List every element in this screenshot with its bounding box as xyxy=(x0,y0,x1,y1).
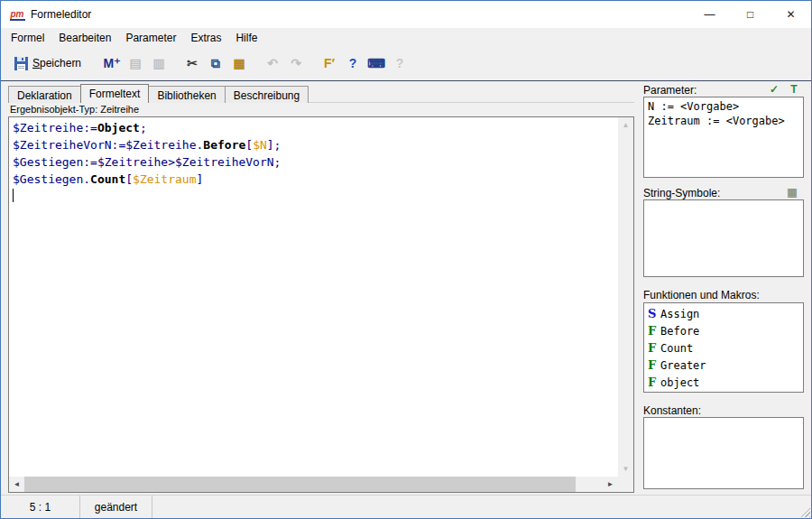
insert-text-parameter-icon[interactable]: T xyxy=(786,82,802,96)
check-formula-icon[interactable]: M⁺ xyxy=(101,53,123,73)
formula-test-icon[interactable]: F′ xyxy=(318,53,340,73)
formula-editor: $Zeitreihe:=Object;$ZeitreiheVorN:=$Zeit… xyxy=(8,116,634,493)
window-controls: — □ ✕ xyxy=(689,1,811,28)
code-segment: $Zeitraum xyxy=(133,172,196,186)
toolbar-icons: M⁺▤▥✂⧉▦↶↷F′?⌨? xyxy=(100,53,411,73)
function-name: Greater xyxy=(660,359,706,372)
function-item[interactable]: FBefore xyxy=(644,322,803,339)
function-item[interactable]: Fobject xyxy=(644,374,803,391)
tab-formeltext[interactable]: Formeltext xyxy=(80,84,150,103)
code-segment: $N xyxy=(253,138,267,152)
code-segment: ] xyxy=(197,172,204,186)
save-button[interactable]: Speichern xyxy=(8,54,88,73)
parameter-item[interactable]: Zeitraum := <Vorgabe> xyxy=(644,114,803,128)
functions-label: Funktionen und Makros: xyxy=(643,289,760,301)
close-button[interactable]: ✕ xyxy=(770,1,811,28)
parameter-list[interactable]: N := <Vorgabe>Zeitraum := <Vorgabe> xyxy=(643,97,804,178)
help-topics-icon[interactable]: ? xyxy=(342,53,364,73)
maximize-button[interactable]: □ xyxy=(730,1,770,28)
insert-string-symbol-icon[interactable]: ▦ xyxy=(784,185,800,199)
parameter-header-icons: ✓T xyxy=(766,82,802,96)
title-bar: pm Formeleditor — □ ✕ xyxy=(1,1,811,28)
status-bar: 5 : 1 geändert xyxy=(1,495,811,518)
editor-hscrollbar[interactable]: ◄ ► xyxy=(9,477,618,492)
constants-label: Konstanten: xyxy=(643,404,701,417)
paste-icon[interactable]: ▦ xyxy=(228,53,250,73)
cut-icon[interactable]: ✂ xyxy=(181,53,203,73)
code-segment: Before xyxy=(203,138,245,152)
code-segment: $Zeitreihe:= xyxy=(13,121,97,134)
code-line: $Zeitreihe:=Object; xyxy=(13,119,614,136)
toolbar: Speichern M⁺▤▥✂⧉▦↶↷F′?⌨? xyxy=(1,47,811,79)
code-segment: ]; xyxy=(267,138,281,152)
code-segment: $ZeitreiheVorN:=$Zeitreihe. xyxy=(13,138,203,152)
code-line: $Gestiegen:=$Zeitreihe>$ZeitreiheVorN; xyxy=(13,153,614,171)
tab-beschreibung[interactable]: Beschreibung xyxy=(225,86,309,103)
window-title: Formeleditor xyxy=(31,8,91,21)
constants-list[interactable] xyxy=(643,417,804,489)
redo-icon: ↷ xyxy=(285,53,307,73)
function-item[interactable]: SAssign xyxy=(644,305,803,322)
parameter-item[interactable]: N := <Vorgabe> xyxy=(644,99,803,114)
copy-icon[interactable]: ⧉ xyxy=(205,53,226,73)
hscroll-thumb[interactable] xyxy=(24,477,576,492)
parameter-label: Parameter: xyxy=(643,84,697,97)
symbol-keyboard-icon[interactable]: ⌨ xyxy=(365,53,387,73)
toolbar-separator xyxy=(1,80,811,81)
scroll-right-button[interactable]: ► xyxy=(603,477,618,492)
function-kind-letter: F xyxy=(648,324,660,338)
menu-item-parameter[interactable]: Parameter xyxy=(118,29,183,47)
code-segment: $Gestiegen:=$Zeitreihe>$ZeitreiheVorN; xyxy=(13,155,281,169)
code-segment: [ xyxy=(245,138,253,152)
function-name: Count xyxy=(660,342,693,355)
code-segment: $Gestiegen. xyxy=(13,172,90,186)
menu-item-formel[interactable]: Formel xyxy=(4,29,51,47)
text-caret xyxy=(13,189,14,202)
load-formula-icon: ▤ xyxy=(125,53,146,73)
function-kind-letter: F xyxy=(648,375,660,389)
tab-strip: DeklarationFormeltextBibliothekenBeschre… xyxy=(8,84,308,103)
cursor-position: 5 : 1 xyxy=(1,496,80,518)
save-icon xyxy=(14,57,28,70)
status-fill xyxy=(152,496,811,518)
result-type-label: Ergebnisobjekt-Typ: Zeitreihe xyxy=(10,104,139,115)
tab-bibliotheken[interactable]: Bibliotheken xyxy=(148,86,225,103)
function-kind-letter: F xyxy=(648,341,660,355)
app-icon: pm xyxy=(8,7,26,22)
tab-deklaration[interactable]: Deklaration xyxy=(8,86,81,103)
function-item[interactable]: FGreater xyxy=(644,357,803,374)
undo-icon: ↶ xyxy=(262,53,283,73)
minimize-button[interactable]: — xyxy=(689,1,730,28)
code-line: $Gestiegen.Count[$Zeitraum] xyxy=(13,171,614,188)
menu-item-bearbeiten[interactable]: Bearbeiten xyxy=(51,29,118,47)
code-line xyxy=(13,188,614,205)
code-segment: Object xyxy=(97,121,140,134)
scroll-up-button[interactable]: ▲ xyxy=(618,117,633,133)
function-item[interactable]: FCount xyxy=(644,339,803,357)
editor-vscrollbar[interactable]: ▲ ▼ xyxy=(618,117,633,477)
scroll-left-button[interactable]: ◄ xyxy=(9,477,24,492)
menu-bar: FormelBearbeitenParameterExtrasHilfe xyxy=(1,28,811,47)
modified-status: geändert xyxy=(80,496,152,518)
menu-item-extras[interactable]: Extras xyxy=(183,29,228,47)
menu-item-hilfe[interactable]: Hilfe xyxy=(228,29,264,47)
insert-value-parameter-icon[interactable]: ✓ xyxy=(766,82,782,96)
code-line: $ZeitreiheVorN:=$Zeitreihe.Before[$N]; xyxy=(13,136,614,153)
function-kind-letter: F xyxy=(648,358,660,372)
formeleditor-window: { "window": { "title": "Formeleditor", "… xyxy=(0,0,812,519)
save-as-formula-icon: ▥ xyxy=(148,53,170,73)
function-list[interactable]: SAssignFBeforeFCountFGreaterFobject xyxy=(643,302,804,393)
help-icon: ? xyxy=(389,53,411,73)
string-symbol-list[interactable] xyxy=(643,199,804,277)
string-symbols-header-icons: ▦ xyxy=(784,185,800,199)
function-kind-letter: S xyxy=(648,307,660,320)
code-area[interactable]: $Zeitreihe:=Object;$ZeitreiheVorN:=$Zeit… xyxy=(9,117,618,477)
scrollbar-corner xyxy=(618,477,633,492)
string-symbols-label: String-Symbole: xyxy=(643,187,720,199)
function-name: Before xyxy=(660,325,699,338)
app-icon-text: pm xyxy=(10,9,25,21)
save-button-label: Speichern xyxy=(32,57,81,70)
scroll-down-button[interactable]: ▼ xyxy=(618,461,633,477)
code-segment: [ xyxy=(125,172,133,186)
code-segment: Count xyxy=(90,172,125,186)
